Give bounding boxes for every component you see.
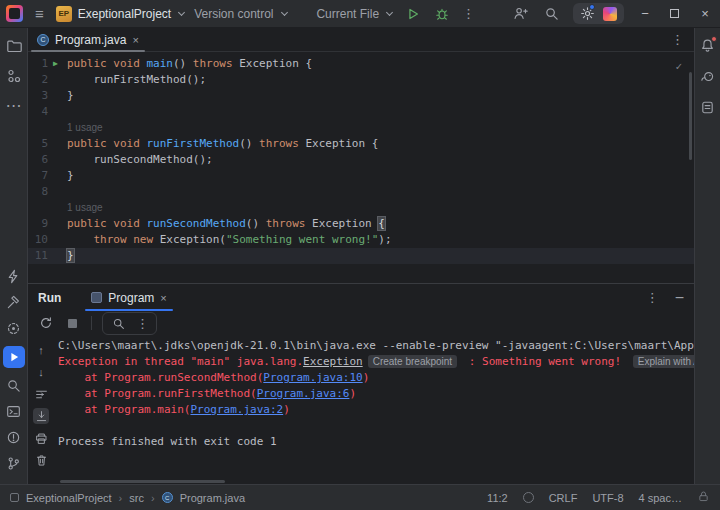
code-line: 4: [28, 104, 694, 120]
editor-options-icon[interactable]: ⋮: [671, 32, 694, 47]
console-h-scrollbar[interactable]: [60, 480, 225, 483]
console-text: C:\Users\maart\.jdks\openjdk-21.0.1\bin\…: [58, 339, 694, 352]
line-number: 2: [28, 72, 48, 88]
inlay-hint-row: 1 usage: [28, 120, 694, 136]
maven-icon[interactable]: [699, 99, 716, 116]
run-tool-window-icon[interactable]: [3, 346, 25, 368]
console-search-icon[interactable]: [110, 315, 127, 332]
readonly-lock-icon[interactable]: [697, 490, 710, 505]
titlebar-right: − ×: [505, 0, 720, 28]
console-line: at Program.main(Program.java:2): [58, 402, 694, 418]
vcs-widget[interactable]: Version control: [194, 7, 286, 21]
ai-assistant-icon[interactable]: [603, 7, 617, 21]
stacktrace-link[interactable]: Program.java:10: [263, 371, 362, 384]
stacktrace-link[interactable]: Program.java:2: [190, 403, 283, 416]
console-action-badge[interactable]: Explain with AI: [633, 355, 694, 368]
maximize-icon: [670, 9, 679, 18]
project-widget[interactable]: EP ExeptionalProject: [56, 6, 184, 22]
console-more-icon[interactable]: ⋮: [136, 316, 149, 331]
encoding-widget[interactable]: UTF-8: [592, 492, 623, 504]
breadcrumb-project[interactable]: ExeptionalProject: [26, 492, 112, 504]
code-text: throw new Exception("Something went wron…: [63, 232, 392, 248]
gutter-spacer: [48, 88, 63, 104]
services-icon[interactable]: [5, 320, 22, 337]
usage-inlay-hint[interactable]: 1 usage: [67, 122, 103, 133]
tab-close-icon[interactable]: ×: [132, 34, 138, 46]
window-maximize-button[interactable]: [660, 0, 690, 28]
tool-window-widget-icon[interactable]: [10, 493, 19, 502]
run-tab-program[interactable]: Program ×: [83, 284, 174, 311]
notification-dot: [711, 36, 717, 42]
code-token: runFirstMethod: [146, 137, 239, 150]
run-tab-label: Program: [108, 291, 154, 305]
project-tool-icon[interactable]: [5, 37, 22, 54]
editor-tab-label: Program.java: [55, 33, 126, 47]
endpoints-bolt-icon[interactable]: [5, 268, 22, 285]
console-text: at Program.runSecondMethod(: [58, 371, 263, 384]
up-stack-trace-icon[interactable]: ↑: [33, 342, 49, 358]
notifications-bell-icon[interactable]: [699, 37, 716, 54]
stop-icon[interactable]: [64, 315, 81, 332]
settings-gear-icon[interactable]: [580, 6, 595, 21]
chevron-down-icon: [281, 8, 288, 15]
run-tab-close-icon[interactable]: ×: [160, 292, 166, 304]
stop-square: [68, 319, 77, 328]
code-line: 11}: [28, 248, 694, 264]
usage-inlay-hint[interactable]: 1 usage: [67, 202, 103, 213]
settings-notification-dot: [589, 4, 595, 10]
soft-wrap-icon[interactable]: [33, 386, 49, 402]
status-circle-icon[interactable]: [523, 492, 534, 503]
gradle-icon[interactable]: [699, 68, 716, 85]
run-configuration-selector[interactable]: Current File: [316, 7, 392, 21]
search-everywhere-icon[interactable]: [536, 6, 567, 21]
code-text: [63, 184, 67, 200]
clear-all-icon[interactable]: [33, 452, 49, 468]
inspections-check-icon[interactable]: ✓: [675, 60, 682, 73]
console-text: Exception in thread "main" java.lang.: [58, 355, 303, 368]
code-token: }: [67, 89, 74, 102]
down-stack-trace-icon[interactable]: ↓: [33, 364, 49, 380]
run-options-icon[interactable]: ⋮: [646, 290, 659, 305]
line-number: 10: [28, 232, 48, 248]
stacktrace-link[interactable]: Program.java:6: [257, 387, 350, 400]
code-token: "Something went wrong!": [226, 233, 378, 246]
caret-position-widget[interactable]: 11:2: [487, 492, 508, 504]
indent-widget[interactable]: 4 spac…: [639, 492, 682, 504]
hide-tool-window-icon[interactable]: −: [675, 289, 684, 307]
find-tool-icon[interactable]: [5, 377, 22, 394]
editor-tab-program-java[interactable]: C Program.java ×: [28, 28, 148, 52]
stacktrace-link[interactable]: Exception: [303, 355, 363, 368]
window-close-button[interactable]: ×: [690, 0, 720, 28]
line-number: [28, 200, 48, 216]
run-button[interactable]: [404, 5, 421, 22]
scroll-to-end-icon[interactable]: [33, 408, 49, 424]
code-token: (): [239, 137, 259, 150]
editor-scrollbar[interactable]: [689, 72, 692, 160]
console-action-badge[interactable]: Create breakpoint: [368, 355, 458, 368]
code-with-me-icon[interactable]: [505, 6, 536, 21]
commit-tool-icon[interactable]: [5, 67, 22, 84]
code-token: Exception: [305, 217, 378, 230]
more-actions-icon[interactable]: ⋮: [462, 6, 475, 21]
code-text: }: [63, 248, 74, 264]
run-gutter-icon[interactable]: ▶: [48, 56, 63, 72]
problems-tool-icon[interactable]: [5, 429, 22, 446]
console-output[interactable]: C:\Users\maart\.jdks\openjdk-21.0.1\bin\…: [54, 335, 694, 484]
terminal-tool-icon[interactable]: [5, 403, 22, 420]
code-line: 10 throw new Exception("Something went w…: [28, 232, 694, 248]
line-ending-widget[interactable]: CRLF: [549, 492, 578, 504]
git-branch-icon[interactable]: [5, 455, 22, 472]
rerun-icon[interactable]: [37, 315, 54, 332]
editor[interactable]: 1▶public void main() throws Exception {2…: [28, 52, 694, 283]
breadcrumb-file[interactable]: Program.java: [180, 492, 245, 504]
breadcrumb-src[interactable]: src: [129, 492, 144, 504]
gutter-spacer: [48, 216, 63, 232]
code-text: public void runFirstMethod() throws Exce…: [63, 136, 378, 152]
main-menu-icon[interactable]: ≡: [33, 5, 46, 22]
print-icon[interactable]: [33, 430, 49, 446]
build-hammer-icon[interactable]: [5, 294, 22, 311]
more-tool-windows-icon[interactable]: ⋯: [5, 97, 22, 114]
right-activity-bar: [694, 28, 720, 484]
debug-icon[interactable]: [433, 5, 450, 22]
window-minimize-button[interactable]: −: [630, 0, 660, 28]
